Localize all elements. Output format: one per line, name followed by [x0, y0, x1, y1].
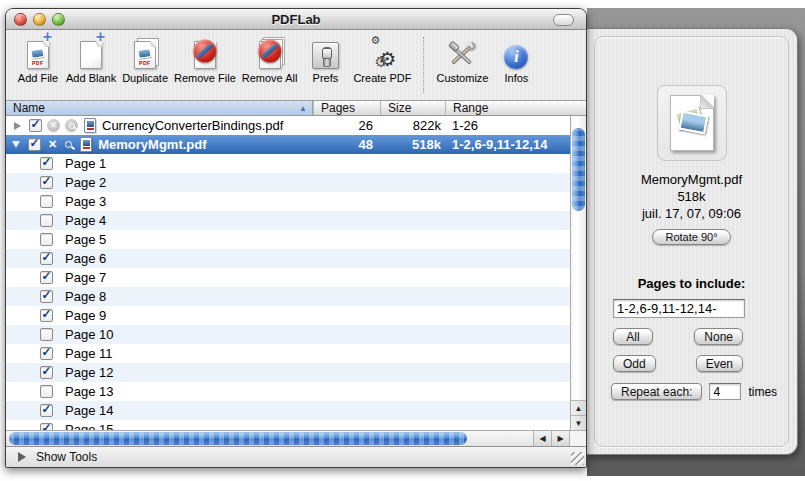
- range-input[interactable]: [613, 299, 745, 318]
- page-row[interactable]: Page 9: [6, 306, 570, 325]
- remove-file-icon: [194, 35, 216, 69]
- page-checkbox[interactable]: [40, 404, 53, 417]
- page-checkbox[interactable]: [40, 328, 53, 341]
- toolbar-button-add-file[interactable]: PDF+Add File: [16, 35, 60, 84]
- remove-x-icon[interactable]: ✕: [48, 135, 57, 154]
- repeat-each-button[interactable]: Repeat each:: [611, 383, 702, 400]
- column-header-pages[interactable]: Pages: [313, 101, 380, 115]
- page-row[interactable]: Page 3: [6, 192, 570, 211]
- page-checkbox[interactable]: [40, 233, 53, 246]
- rotate-90-button[interactable]: Rotate 90°: [652, 229, 730, 245]
- column-header-range[interactable]: Range: [445, 101, 586, 115]
- toolbar: PDF+Add File+Add BlankPDFDuplicateRemove…: [6, 30, 586, 101]
- toolbar-button-infos[interactable]: iInfos: [494, 35, 538, 84]
- page-row[interactable]: Page 10: [6, 325, 570, 344]
- page-row[interactable]: Page 11: [6, 344, 570, 363]
- duplicate-icon: PDF: [134, 35, 156, 69]
- page-checkbox[interactable]: [40, 309, 53, 322]
- page-row[interactable]: Page 7: [6, 268, 570, 287]
- preview-circle-icon[interactable]: [65, 119, 78, 132]
- page-checkbox[interactable]: [40, 157, 53, 170]
- prefs-icon: [312, 35, 339, 69]
- repeat-row: Repeat each: times: [611, 383, 777, 400]
- repeat-count-input[interactable]: [709, 383, 741, 400]
- scroll-right-button[interactable]: ▶: [551, 431, 569, 446]
- page-row[interactable]: Page 8: [6, 287, 570, 306]
- disclosure-triangle-icon[interactable]: [18, 452, 26, 462]
- photo-icon: [678, 111, 708, 135]
- page-row[interactable]: Page 13: [6, 382, 570, 401]
- blank-document-icon: [80, 41, 102, 69]
- horizontal-scroll-thumb[interactable]: [9, 432, 467, 445]
- page-row[interactable]: Page 6: [6, 249, 570, 268]
- page-row[interactable]: Page 4: [6, 211, 570, 230]
- toolbar-button-prefs[interactable]: Prefs: [303, 35, 347, 84]
- column-header-name[interactable]: Name ▲: [6, 101, 313, 115]
- page-checkbox[interactable]: [40, 347, 53, 360]
- page-row[interactable]: Page 1: [6, 154, 570, 173]
- even-button[interactable]: Even: [696, 355, 743, 372]
- toolbar-toggle-button[interactable]: [553, 14, 574, 26]
- page-row[interactable]: Page 14: [6, 401, 570, 420]
- show-tools-bar[interactable]: Show Tools: [6, 446, 586, 467]
- scroll-left-button[interactable]: ◀: [533, 431, 551, 446]
- scroll-up-button[interactable]: ▲: [571, 400, 586, 415]
- page-label: Page 5: [65, 230, 106, 249]
- page-label: Page 3: [65, 192, 106, 211]
- none-button[interactable]: None: [694, 328, 743, 345]
- magnifier-icon[interactable]: [65, 141, 72, 148]
- column-header-size[interactable]: Size: [380, 101, 445, 115]
- column-label: Range: [453, 101, 488, 115]
- toolbar-button-remove-file[interactable]: Remove File: [174, 35, 236, 84]
- file-size: 822k: [380, 116, 445, 135]
- file-row[interactable]: ✕ CurrencyConverterBindings.pdf 26 822k …: [6, 116, 570, 135]
- scroll-down-button[interactable]: ▼: [571, 415, 586, 430]
- file-row-selected[interactable]: ✕ MemoryMgmt.pdf 48 518k 1-2,6-9,11-12,1…: [6, 135, 570, 154]
- toolbar-button-label: Create PDF: [353, 72, 411, 84]
- page-label: Page 9: [65, 306, 106, 325]
- file-checkbox[interactable]: [28, 138, 41, 151]
- disclosure-collapsed-icon[interactable]: [14, 122, 21, 130]
- hammer-wrench-icon: [447, 41, 477, 69]
- page-checkbox[interactable]: [40, 195, 53, 208]
- toolbar-button-remove-all[interactable]: Remove All: [242, 35, 298, 84]
- file-name: CurrencyConverterBindings.pdf: [102, 116, 283, 135]
- page-checkbox[interactable]: [40, 252, 53, 265]
- page-checkbox[interactable]: [40, 385, 53, 398]
- toolbar-button-label: Remove File: [174, 72, 236, 84]
- page-label: Page 7: [65, 268, 106, 287]
- page-checkbox[interactable]: [40, 423, 53, 430]
- horizontal-scrollbar[interactable]: ◀ ▶: [6, 430, 586, 446]
- pdf-mini-icon: [84, 118, 96, 133]
- odd-button[interactable]: Odd: [613, 355, 656, 372]
- title-bar[interactable]: PDFLab: [6, 9, 586, 30]
- page-row[interactable]: Page 15: [6, 420, 570, 430]
- resize-grip[interactable]: [571, 452, 584, 465]
- page-row[interactable]: Page 2: [6, 173, 570, 192]
- all-button[interactable]: All: [613, 328, 653, 345]
- vertical-scroll-thumb[interactable]: [572, 128, 585, 211]
- page-checkbox[interactable]: [40, 290, 53, 303]
- page-checkbox[interactable]: [40, 214, 53, 227]
- toolbar-button-create-pdf[interactable]: ⚙⚙⚙Create PDF: [353, 35, 411, 84]
- toolbar-button-label: Add Blank: [66, 72, 116, 84]
- page-label: Page 2: [65, 173, 106, 192]
- toolbar-button-duplicate[interactable]: PDFDuplicate: [122, 35, 168, 84]
- odd-even-row: Odd Even: [613, 355, 743, 372]
- info-icon: i: [504, 45, 528, 69]
- vertical-scrollbar[interactable]: ▲ ▼: [570, 116, 586, 430]
- page-label: Page 12: [65, 363, 113, 382]
- file-checkbox[interactable]: [29, 119, 42, 132]
- toolbar-button-customize[interactable]: Customize: [436, 35, 488, 84]
- page-label: Page 4: [65, 211, 106, 230]
- toolbar-button-add-blank[interactable]: +Add Blank: [66, 35, 116, 84]
- page-label: Page 11: [65, 344, 112, 363]
- page-checkbox[interactable]: [40, 176, 53, 189]
- column-label: Size: [388, 101, 411, 115]
- page-row[interactable]: Page 5: [6, 230, 570, 249]
- disclosure-expanded-icon[interactable]: [12, 141, 20, 148]
- page-checkbox[interactable]: [40, 271, 53, 284]
- page-checkbox[interactable]: [40, 366, 53, 379]
- page-row[interactable]: Page 12: [6, 363, 570, 382]
- remove-circle-icon[interactable]: ✕: [47, 119, 60, 132]
